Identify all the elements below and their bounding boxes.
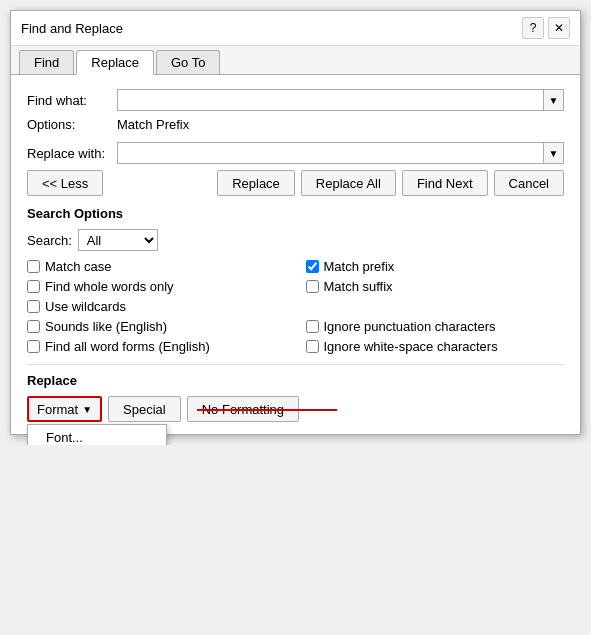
search-select[interactable]: All Up Down — [78, 229, 158, 251]
checkbox-match-case: Match case — [27, 259, 286, 274]
checkbox-ignore-ws: Ignore white-space characters — [306, 339, 565, 354]
checkboxes-grid: Match case Match prefix Find whole words… — [27, 259, 564, 354]
checkbox-whole-words-label: Find whole words only — [45, 279, 174, 294]
checkbox-wildcards-input[interactable] — [27, 300, 40, 313]
special-button[interactable]: Special — [108, 396, 181, 422]
checkbox-ignore-punct: Ignore punctuation characters — [306, 319, 565, 334]
checkbox-match-case-label: Match case — [45, 259, 111, 274]
title-buttons: ? ✕ — [522, 17, 570, 39]
help-button[interactable]: ? — [522, 17, 544, 39]
checkbox-empty-right — [306, 299, 565, 314]
replace-with-input[interactable] — [117, 142, 544, 164]
checkbox-match-suffix: Match suffix — [306, 279, 565, 294]
checkbox-wildcards-label: Use wildcards — [45, 299, 126, 314]
format-button[interactable]: Format ▼ — [27, 396, 102, 422]
dialog-content: Find what: ▼ Options: Match Prefix Repla… — [11, 75, 580, 434]
find-what-dropdown[interactable]: ▼ — [544, 89, 564, 111]
replace-with-dropdown[interactable]: ▼ — [544, 142, 564, 164]
checkbox-match-suffix-input[interactable] — [306, 280, 319, 293]
dialog-title: Find and Replace — [21, 21, 123, 36]
find-what-row: Find what: ▼ — [27, 89, 564, 111]
checkbox-ignore-punct-input[interactable] — [306, 320, 319, 333]
checkbox-sounds-like: Sounds like (English) — [27, 319, 286, 334]
checkbox-match-prefix: Match prefix — [306, 259, 565, 274]
tab-find[interactable]: Find — [19, 50, 74, 74]
checkbox-sounds-like-input[interactable] — [27, 320, 40, 333]
red-line-decoration — [197, 409, 337, 411]
title-bar-left: Find and Replace — [21, 21, 123, 36]
replace-with-input-wrap: ▼ — [117, 142, 564, 164]
tab-goto[interactable]: Go To — [156, 50, 220, 74]
replace-with-row: Replace with: ▼ — [27, 142, 564, 164]
checkbox-match-prefix-label: Match prefix — [324, 259, 395, 274]
cancel-button[interactable]: Cancel — [494, 170, 564, 196]
options-value: Match Prefix — [117, 117, 189, 132]
search-options-header: Search Options — [27, 206, 564, 221]
checkbox-wildcards: Use wildcards — [27, 299, 286, 314]
search-row: Search: All Up Down — [27, 229, 564, 251]
find-what-input[interactable] — [117, 89, 544, 111]
checkbox-match-case-input[interactable] — [27, 260, 40, 273]
replace-btn-row: Format ▼ Special No Formatting Font... P… — [27, 396, 564, 422]
checkbox-ignore-ws-input[interactable] — [306, 340, 319, 353]
options-row: Options: Match Prefix — [27, 117, 564, 132]
replace-section: Replace Format ▼ Special No Formatting F… — [27, 364, 564, 422]
format-button-label: Format — [37, 402, 78, 417]
find-replace-dialog: Find and Replace ? ✕ Find Replace Go To … — [10, 10, 581, 435]
tab-replace[interactable]: Replace — [76, 50, 154, 75]
checkbox-word-forms: Find all word forms (English) — [27, 339, 286, 354]
replace-button[interactable]: Replace — [217, 170, 295, 196]
checkbox-match-prefix-input[interactable] — [306, 260, 319, 273]
find-next-button[interactable]: Find Next — [402, 170, 488, 196]
tabs-bar: Find Replace Go To — [11, 46, 580, 75]
search-options-section: Search Options Search: All Up Down Match… — [27, 206, 564, 354]
checkbox-word-forms-input[interactable] — [27, 340, 40, 353]
action-buttons-row: << Less Replace Replace All Find Next Ca… — [27, 170, 564, 196]
checkbox-word-forms-label: Find all word forms (English) — [45, 339, 210, 354]
checkbox-ignore-ws-label: Ignore white-space characters — [324, 339, 498, 354]
menu-item-font[interactable]: Font... — [28, 425, 166, 445]
find-what-label: Find what: — [27, 93, 117, 108]
replace-section-header: Replace — [27, 373, 564, 388]
find-what-input-wrap: ▼ — [117, 89, 564, 111]
replace-all-button[interactable]: Replace All — [301, 170, 396, 196]
less-button[interactable]: << Less — [27, 170, 103, 196]
format-arrow: ▼ — [82, 404, 92, 415]
checkbox-whole-words-input[interactable] — [27, 280, 40, 293]
title-bar: Find and Replace ? ✕ — [11, 11, 580, 46]
checkbox-whole-words: Find whole words only — [27, 279, 286, 294]
close-button[interactable]: ✕ — [548, 17, 570, 39]
search-label: Search: — [27, 233, 72, 248]
replace-with-label: Replace with: — [27, 146, 117, 161]
checkbox-sounds-like-label: Sounds like (English) — [45, 319, 167, 334]
options-label: Options: — [27, 117, 117, 132]
checkbox-ignore-punct-label: Ignore punctuation characters — [324, 319, 496, 334]
checkbox-match-suffix-label: Match suffix — [324, 279, 393, 294]
format-dropdown-menu: Font... Paragraph... Tabs... Language...… — [27, 424, 167, 445]
